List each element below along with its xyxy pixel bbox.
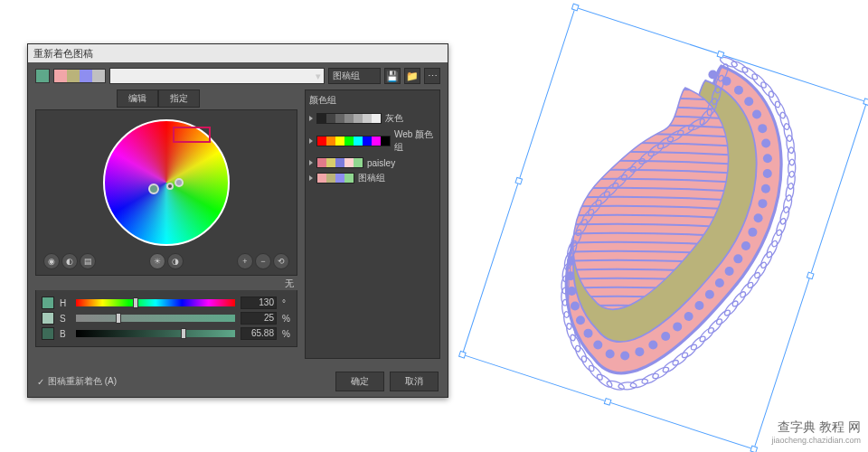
sat-value[interactable]: 25: [241, 312, 277, 325]
checkbox-label: 图稿重新着色 (A): [48, 375, 117, 388]
watermark-main: 查字典 教程 网: [778, 419, 861, 436]
link-colors-icon[interactable]: ⟲: [273, 253, 289, 269]
hue-value[interactable]: 130: [241, 297, 277, 309]
smooth-wheel-icon[interactable]: ◉: [43, 253, 60, 269]
color-group-dropdown[interactable]: 图稿组: [328, 68, 381, 84]
add-color-icon[interactable]: +: [237, 253, 253, 269]
recolor-artwork-dialog: 重新着色图稿 ▾ 图稿组 💾 📁 ⋯ 编辑 指定: [27, 43, 448, 398]
brightness-slider-row: B 65.88 %: [42, 327, 291, 340]
hue-swatch: [42, 297, 54, 309]
none-label: 无: [35, 278, 294, 290]
wheel-tools: + − ⟲: [237, 253, 289, 269]
sat-swatch: [42, 312, 54, 325]
disclosure-icon: [309, 138, 313, 144]
group-name: 灰色: [385, 112, 403, 125]
chevron-down-icon: ▾: [316, 71, 321, 82]
active-color-swatch[interactable]: [35, 69, 50, 83]
segmented-wheel-icon[interactable]: ◐: [61, 253, 78, 269]
new-group-icon[interactable]: 📁: [404, 68, 420, 84]
dropdown-label: 图稿组: [333, 70, 360, 82]
sat-label: S: [60, 314, 71, 324]
bri-unit: %: [282, 329, 291, 339]
resize-handle[interactable]: [717, 51, 725, 59]
wheel-center-modes: ☀ ◑: [149, 253, 184, 269]
watermark-sub: jiaocheng.chazidian.com: [771, 436, 861, 445]
color-groups-title: 颜色组: [309, 94, 436, 107]
group-name: 图稿组: [358, 172, 385, 184]
tab-edit[interactable]: 编辑: [117, 89, 158, 108]
hue-label: H: [60, 298, 71, 308]
resize-handle[interactable]: [750, 446, 758, 452]
group-name: Web 颜色组: [394, 128, 436, 154]
save-group-icon[interactable]: 💾: [384, 68, 401, 84]
tab-specify[interactable]: 指定: [158, 89, 200, 108]
resize-handle[interactable]: [458, 351, 467, 359]
brightness-icon[interactable]: ☀: [149, 253, 165, 269]
disclosure-icon: [309, 160, 313, 165]
cancel-button[interactable]: 取消: [390, 372, 439, 391]
color-point-2[interactable]: [166, 183, 174, 190]
current-swatch-strip[interactable]: [53, 69, 106, 83]
dialog-titlebar[interactable]: 重新着色图稿: [28, 44, 448, 62]
bars-icon[interactable]: ▤: [80, 253, 96, 269]
resize-handle[interactable]: [863, 98, 868, 106]
checkmark-icon: ✓: [37, 377, 44, 387]
color-wheel[interactable]: [103, 119, 230, 246]
hue-slider-row: H 130 °: [42, 297, 291, 309]
color-point-3[interactable]: [175, 178, 184, 187]
sat-unit: %: [282, 314, 291, 324]
disclosure-icon: [309, 116, 313, 121]
sat-slider[interactable]: [76, 315, 235, 322]
disclosure-icon: [309, 175, 313, 181]
preset-select[interactable]: ▾: [109, 68, 325, 84]
bri-swatch: [42, 327, 54, 340]
remove-color-icon[interactable]: −: [255, 253, 271, 269]
group-name: paisley: [367, 158, 395, 168]
options-icon[interactable]: ⋯: [424, 68, 440, 84]
saturation-slider-row: S 25 %: [42, 312, 291, 325]
bri-label: B: [60, 329, 71, 339]
color-wheel-panel: ◉ ◐ ▤ ☀ ◑ + − ⟲: [35, 109, 297, 276]
ok-button[interactable]: 确定: [335, 372, 384, 391]
hue-unit: °: [282, 298, 291, 308]
wheel-display-modes: ◉ ◐ ▤: [43, 253, 96, 269]
canvas-artwork: loops: [479, 27, 841, 425]
dialog-top-row: ▾ 图稿组 💾 📁 ⋯: [28, 62, 448, 89]
color-group-row[interactable]: 图稿组: [309, 170, 436, 186]
saturation-icon[interactable]: ◑: [167, 253, 184, 269]
recolor-artwork-checkbox[interactable]: ✓ 图稿重新着色 (A): [37, 375, 117, 388]
hsb-sliders: H 130 ° S 25 %: [35, 290, 297, 347]
color-group-row[interactable]: 灰色: [309, 110, 436, 127]
dialog-title: 重新着色图稿: [33, 47, 93, 61]
mode-tabs: 编辑 指定: [117, 89, 297, 108]
watermark: 查字典 教程 网 jiaocheng.chazidian.com: [771, 419, 861, 445]
bri-value[interactable]: 65.88: [241, 327, 277, 340]
resize-handle[interactable]: [571, 4, 580, 12]
dialog-footer: ✓ 图稿重新着色 (A) 确定 取消: [28, 366, 448, 397]
hue-slider[interactable]: [76, 299, 235, 306]
color-group-row[interactable]: Web 颜色组: [309, 127, 436, 155]
color-groups-panel: 颜色组 灰色 Web 颜色组 paisley: [305, 89, 440, 359]
color-point-1[interactable]: [148, 184, 159, 194]
color-group-row[interactable]: paisley: [309, 155, 436, 170]
bri-slider[interactable]: [76, 330, 235, 337]
